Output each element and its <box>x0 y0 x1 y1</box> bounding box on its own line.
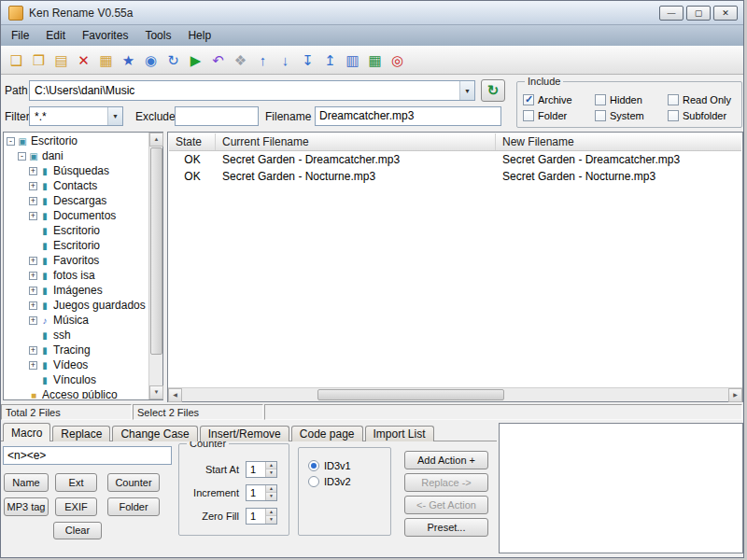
move-bottom-icon[interactable]: ↧ <box>297 49 318 71</box>
table-row[interactable]: OK Secret Garden - Dreamcatcher.mp3 Secr… <box>169 151 741 168</box>
spinner-value[interactable]: 1 <box>247 485 265 500</box>
spin-down-icon[interactable]: ▼ <box>266 469 276 477</box>
tree-expander[interactable]: + <box>29 272 37 280</box>
favorites-icon[interactable]: ★ <box>118 49 139 71</box>
tree-item[interactable]: + ▮ Imágenes <box>5 283 148 298</box>
window-icon[interactable]: ❖ <box>230 49 251 71</box>
mp3tag-macro-button[interactable]: MP3 tag <box>4 497 49 516</box>
column-header[interactable]: New Filename <box>496 133 741 150</box>
tree-expander[interactable]: + <box>29 257 37 265</box>
spin-down-icon[interactable]: ▼ <box>266 516 276 524</box>
name-macro-button[interactable]: Name <box>4 473 49 492</box>
checkbox-icon[interactable] <box>668 110 679 121</box>
tree-item[interactable]: + ▮ Búsquedas <box>5 163 148 178</box>
table-row[interactable]: OK Secret Garden - Nocturne.mp3 Secret G… <box>169 168 741 185</box>
tree-item[interactable]: ■ Acceso público <box>5 387 148 399</box>
counter-macro-button[interactable]: Counter <box>107 473 160 492</box>
tree-item[interactable]: ▮ Escritorio <box>5 238 148 253</box>
preview-icon[interactable]: ◉ <box>140 49 162 71</box>
scroll-right-icon[interactable]: ▶ <box>728 388 742 402</box>
actions-listbox[interactable] <box>499 423 743 553</box>
action-button[interactable]: Add Action + <box>404 451 488 469</box>
add-folder-icon[interactable]: ▤ <box>50 49 72 71</box>
spin-up-icon[interactable]: ▲ <box>266 485 276 494</box>
tab[interactable]: Insert/Remove <box>200 426 289 441</box>
move-down-icon[interactable]: ↓ <box>275 49 296 71</box>
action-button[interactable]: <- Get Action <box>404 496 488 514</box>
tree-item[interactable]: ▮ Vínculos <box>5 372 148 387</box>
counter-spinner[interactable]: 1 ▲ ▼ <box>246 508 277 525</box>
tree-item[interactable]: + ▮ Vídeos <box>5 357 148 372</box>
run-rename-icon[interactable]: ▶ <box>185 49 206 71</box>
delete-icon[interactable]: ✕ <box>73 49 94 71</box>
refresh-path-button[interactable]: ↻ <box>481 79 505 102</box>
tree-expander[interactable]: + <box>29 182 37 190</box>
tree-item[interactable]: - ▣ Escritorio <box>5 133 148 148</box>
checkbox-icon[interactable] <box>523 94 534 105</box>
counter-spinner[interactable]: 1 ▲ ▼ <box>246 484 277 501</box>
scroll-up-icon[interactable]: ▲ <box>149 133 163 147</box>
spinner-value[interactable]: 1 <box>247 462 265 477</box>
chevron-down-icon[interactable]: ▼ <box>107 107 122 125</box>
minimize-button[interactable]: — <box>659 6 684 21</box>
include-checkbox[interactable]: Subfolder <box>668 110 744 121</box>
scroll-thumb[interactable] <box>317 389 504 400</box>
exit-icon[interactable]: ◎ <box>387 49 408 71</box>
tab[interactable]: Change Case <box>112 426 197 441</box>
include-checkbox[interactable]: Archive <box>523 94 595 105</box>
clear-button[interactable]: Clear <box>53 522 102 539</box>
tree-item[interactable]: - ▣ dani <box>5 148 148 163</box>
spin-up-icon[interactable]: ▲ <box>266 462 276 470</box>
action-button[interactable]: Replace -> <box>404 473 488 492</box>
folder-macro-button[interactable]: Folder <box>107 497 160 516</box>
tree-item[interactable]: + ▮ fotos isa <box>5 268 148 283</box>
action-button[interactable]: Preset... <box>404 518 488 537</box>
macro-pattern-input[interactable]: <n><e> <box>3 446 172 465</box>
undo-icon[interactable]: ↶ <box>207 49 229 71</box>
tree-expander[interactable]: + <box>29 212 37 220</box>
include-checkbox[interactable]: Read Only <box>668 94 744 105</box>
tab[interactable]: Replace <box>52 426 110 441</box>
tree-expander[interactable]: + <box>29 287 37 295</box>
tree-item[interactable]: + ▮ Descargas <box>5 193 148 208</box>
tree-expander[interactable]: + <box>29 197 37 205</box>
close-button[interactable]: ✕ <box>713 6 738 21</box>
excel-export-icon[interactable]: ▦ <box>364 49 386 71</box>
radio-icon[interactable] <box>308 460 319 471</box>
tree-item[interactable]: + ▮ Contacts <box>5 178 148 193</box>
tree-expander[interactable]: - <box>7 137 15 146</box>
spin-down-icon[interactable]: ▼ <box>266 493 276 500</box>
column-header[interactable]: Current Filename <box>216 133 496 150</box>
maximize-button[interactable]: ▢ <box>686 6 711 21</box>
refresh-icon[interactable]: ↻ <box>162 49 184 71</box>
checkbox-icon[interactable] <box>668 94 679 105</box>
tree-item[interactable]: + ♪ Música <box>5 313 148 328</box>
menu-item[interactable]: File <box>3 26 37 45</box>
filename-input[interactable]: Dreamcatcher.mp3 <box>315 106 501 126</box>
table-scrollbar[interactable]: ◀ ▶ <box>168 387 742 401</box>
new-icon[interactable]: ❑ <box>6 49 27 71</box>
tree-expander[interactable]: + <box>29 361 37 370</box>
chevron-down-icon[interactable]: ▼ <box>459 81 474 100</box>
radio-icon[interactable] <box>308 476 319 487</box>
ext-macro-button[interactable]: Ext <box>55 473 97 492</box>
tree-item[interactable]: ▮ ssh <box>5 328 148 343</box>
checkbox-icon[interactable] <box>595 110 606 121</box>
scroll-down-icon[interactable]: ▼ <box>149 385 163 399</box>
spin-up-icon[interactable]: ▲ <box>266 509 276 517</box>
tree-item[interactable]: + ▮ Documentos <box>5 208 148 223</box>
tree-expander[interactable]: - <box>18 152 26 161</box>
titlebar[interactable]: Ken Rename V0.55a — ▢ ✕ <box>1 1 743 25</box>
menu-item[interactable]: Help <box>179 26 219 45</box>
tree-item[interactable]: ▮ Escritorio <box>5 223 148 238</box>
tree-expander[interactable]: + <box>29 301 37 310</box>
tab[interactable]: Import List <box>365 426 434 441</box>
tree-expander[interactable]: + <box>29 316 37 325</box>
exclude-input[interactable] <box>175 106 259 126</box>
include-checkbox[interactable]: Folder <box>523 110 595 121</box>
tree-scrollbar[interactable]: ▲ ▼ <box>148 133 162 399</box>
include-checkbox[interactable]: System <box>595 110 668 121</box>
id3-radio[interactable]: ID3v1 <box>308 457 351 473</box>
open-folder-icon[interactable]: ❒ <box>28 49 49 71</box>
grid-icon[interactable]: ▥ <box>342 49 363 71</box>
